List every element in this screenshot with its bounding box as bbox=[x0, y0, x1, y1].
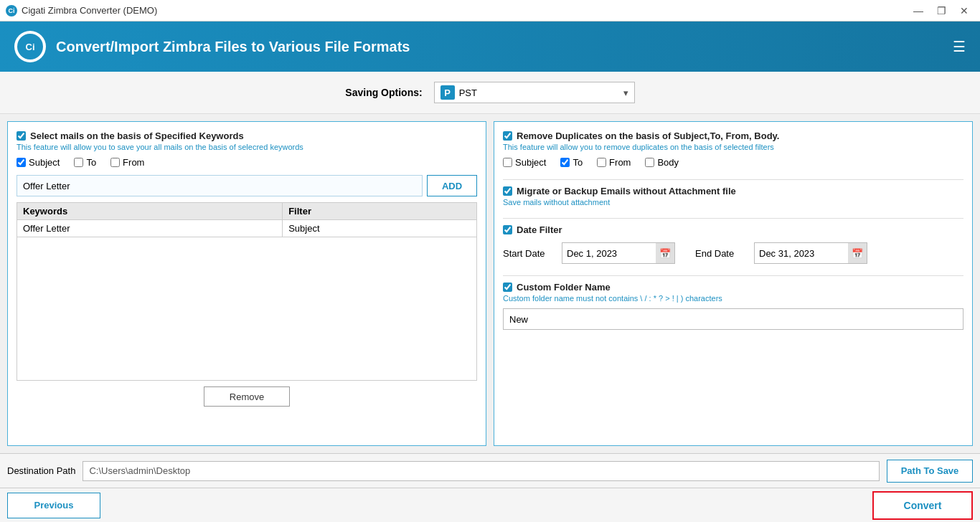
select-keywords-checkbox[interactable] bbox=[17, 131, 26, 141]
app-logo-inner: Ci bbox=[17, 34, 43, 60]
select-keywords-section: Select mails on the basis of Specified K… bbox=[17, 130, 477, 141]
remove-duplicates-section: Remove Duplicates on the basis of Subjec… bbox=[503, 130, 963, 168]
maximize-button[interactable]: ❐ bbox=[931, 4, 951, 18]
migrate-subtitle: Save mails without attachment bbox=[503, 198, 963, 207]
date-row: Start Date 📅 End Date 📅 bbox=[503, 242, 963, 264]
app-header: Ci Convert/Import Zimbra Files to Variou… bbox=[0, 22, 980, 72]
dup-subject-checkbox[interactable] bbox=[503, 158, 512, 167]
dup-from-label: From bbox=[609, 157, 631, 168]
filter-from-label: From bbox=[123, 157, 144, 168]
dup-body-label: Body bbox=[657, 157, 679, 168]
filter-to-checkbox[interactable] bbox=[74, 158, 83, 167]
panels-area: Select mails on the basis of Specified K… bbox=[0, 114, 980, 453]
app-logo: Ci bbox=[14, 31, 46, 62]
app-header-left: Ci Convert/Import Zimbra Files to Variou… bbox=[14, 31, 410, 62]
filter-to-label: To bbox=[86, 157, 96, 168]
hamburger-icon[interactable]: ☰ bbox=[953, 38, 966, 55]
chevron-down-icon: ▾ bbox=[623, 87, 628, 98]
custom-folder-checkbox[interactable] bbox=[503, 283, 512, 292]
custom-folder-section: Custom Folder Name Custom folder name mu… bbox=[503, 282, 963, 330]
filter-from-checkbox[interactable] bbox=[110, 158, 120, 167]
date-filter-checkbox-group: Date Filter bbox=[503, 224, 963, 235]
custom-folder-checkbox-group: Custom Folder Name bbox=[503, 282, 963, 293]
end-date-input[interactable] bbox=[755, 243, 848, 263]
destination-path-label: Destination Path bbox=[7, 465, 75, 476]
bottom-bar: Destination Path Path To Save bbox=[0, 453, 980, 488]
divider-3 bbox=[503, 275, 963, 276]
saving-options-label: Saving Options: bbox=[345, 87, 422, 98]
convert-button[interactable]: Convert bbox=[872, 491, 973, 520]
end-date-calendar-button[interactable]: 📅 bbox=[848, 243, 867, 263]
dup-body-checkbox[interactable] bbox=[645, 158, 654, 167]
select-keywords-label: Select mails on the basis of Specified K… bbox=[30, 130, 244, 141]
remove-button[interactable]: Remove bbox=[204, 386, 290, 407]
migrate-checkbox[interactable] bbox=[503, 186, 512, 196]
close-button[interactable]: ✕ bbox=[954, 4, 974, 18]
end-date-input-wrap: 📅 bbox=[754, 242, 867, 264]
add-button[interactable]: ADD bbox=[427, 175, 477, 196]
filter-to-item: To bbox=[74, 157, 96, 168]
dup-to-checkbox[interactable] bbox=[560, 158, 570, 167]
dup-subject-label: Subject bbox=[515, 157, 546, 168]
dup-body-item: Body bbox=[645, 157, 679, 168]
remove-duplicates-label: Remove Duplicates on the basis of Subjec… bbox=[517, 130, 779, 141]
table-row: Offer LetterSubject bbox=[17, 220, 477, 237]
dup-to-label: To bbox=[573, 157, 583, 168]
destination-path-input[interactable] bbox=[83, 461, 880, 481]
remove-duplicates-checkbox[interactable] bbox=[503, 131, 512, 141]
pst-icon: P bbox=[440, 85, 455, 100]
dup-filter-row: Subject To From Body bbox=[503, 157, 963, 168]
right-panel: Remove Duplicates on the basis of Subjec… bbox=[494, 121, 973, 446]
dup-subject-item: Subject bbox=[503, 157, 546, 168]
remove-duplicates-subtitle: This feature will allow you to remove du… bbox=[503, 143, 963, 151]
keyword-input-row: ADD bbox=[17, 175, 477, 196]
logo-text: Ci bbox=[26, 42, 35, 52]
saving-options-value: PST bbox=[459, 87, 477, 98]
titlebar-title: Cigati Zimbra Converter (DEMO) bbox=[22, 5, 157, 16]
custom-folder-input[interactable] bbox=[503, 308, 963, 330]
keywords-table: Keywords Filter Offer LetterSubject bbox=[17, 202, 477, 237]
filter-row: Subject To From bbox=[17, 157, 477, 168]
remove-dup-checkbox-group: Remove Duplicates on the basis of Subjec… bbox=[503, 130, 963, 141]
keyword-input[interactable] bbox=[17, 175, 423, 196]
start-date-label: Start Date bbox=[503, 248, 553, 259]
divider-1 bbox=[503, 179, 963, 180]
path-to-save-button[interactable]: Path To Save bbox=[887, 460, 973, 483]
col-keywords: Keywords bbox=[17, 203, 283, 220]
end-date-label: End Date bbox=[695, 248, 745, 259]
date-filter-label: Date Filter bbox=[517, 224, 562, 235]
col-filter: Filter bbox=[283, 203, 477, 220]
footer-bar: Previous Convert bbox=[0, 488, 980, 522]
keywords-table-empty-area bbox=[17, 237, 477, 381]
filter-cell: Subject bbox=[283, 220, 477, 237]
migrate-label: Migrate or Backup Emails without Attachm… bbox=[517, 186, 736, 196]
custom-folder-label: Custom Folder Name bbox=[517, 282, 611, 293]
date-filter-section: Date Filter Start Date 📅 End Date 📅 bbox=[503, 224, 963, 264]
pst-icon-text: P bbox=[444, 87, 451, 98]
start-date-input[interactable] bbox=[562, 243, 656, 263]
migrate-section: Migrate or Backup Emails without Attachm… bbox=[503, 186, 963, 207]
keyword-cell: Offer Letter bbox=[17, 220, 283, 237]
app-title: Convert/Import Zimbra Files to Various F… bbox=[56, 39, 410, 55]
titlebar-controls: — ❐ ✕ bbox=[908, 4, 974, 18]
start-date-calendar-button[interactable]: 📅 bbox=[656, 243, 674, 263]
custom-folder-subtitle: Custom folder name must not contains \ /… bbox=[503, 294, 963, 303]
saving-options-row: Saving Options: P PST ▾ bbox=[0, 72, 980, 114]
titlebar: Ci Cigati Zimbra Converter (DEMO) — ❐ ✕ bbox=[0, 0, 980, 22]
dup-to-item: To bbox=[560, 157, 583, 168]
saving-options-select[interactable]: P PST ▾ bbox=[434, 82, 635, 103]
divider-2 bbox=[503, 218, 963, 219]
previous-button[interactable]: Previous bbox=[7, 493, 100, 518]
migrate-checkbox-group: Migrate or Backup Emails without Attachm… bbox=[503, 186, 963, 196]
filter-subject-label: Subject bbox=[29, 157, 60, 168]
date-filter-checkbox[interactable] bbox=[503, 225, 512, 234]
start-date-input-wrap: 📅 bbox=[562, 242, 675, 264]
select-keywords-subtitle: This feature will allow you to save your… bbox=[17, 143, 477, 151]
dup-from-item: From bbox=[597, 157, 631, 168]
left-panel: Select mails on the basis of Specified K… bbox=[7, 121, 486, 446]
remove-btn-row: Remove bbox=[17, 386, 477, 407]
dup-from-checkbox[interactable] bbox=[597, 158, 606, 167]
app-icon: Ci bbox=[6, 5, 17, 16]
minimize-button[interactable]: — bbox=[908, 4, 928, 18]
filter-subject-checkbox[interactable] bbox=[17, 158, 26, 167]
